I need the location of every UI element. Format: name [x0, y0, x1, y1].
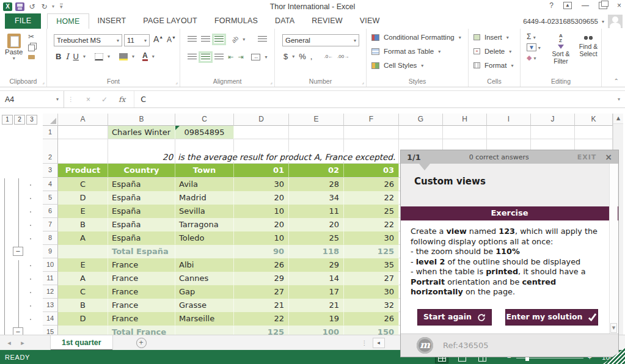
copy-icon[interactable] [28, 45, 35, 51]
column-header[interactable]: F [344, 114, 399, 126]
orientation-icon[interactable]: ab [230, 35, 240, 45]
outline-level-1-button[interactable]: 1 [2, 115, 13, 125]
redo-icon[interactable]: ↻ [40, 2, 49, 11]
exit-button[interactable]: EXIT [577, 153, 597, 161]
collapse-group-button[interactable]: − [13, 247, 23, 256]
column-header[interactable]: I [487, 114, 531, 126]
conditional-formatting-button[interactable]: Conditional Formatting▾ [371, 34, 461, 41]
paste-button[interactable]: Paste ▾ [5, 34, 23, 61]
minimize-icon[interactable]: — [582, 1, 589, 10]
column-header[interactable]: G [399, 114, 443, 126]
alignment-dialog-launcher-icon[interactable]: ⌟ [270, 79, 272, 85]
cancel-entry-icon[interactable]: × [86, 95, 90, 104]
clipboard-dialog-launcher-icon[interactable]: ⌟ [42, 79, 45, 85]
align-center-icon[interactable] [201, 54, 210, 60]
select-all-button[interactable] [43, 114, 58, 126]
percent-icon[interactable]: % [299, 52, 306, 61]
font-color-icon[interactable]: A [142, 52, 148, 61]
cell-styles-button[interactable]: Cell Styles▾ [371, 62, 423, 69]
next-sheet-icon[interactable]: ▸ [18, 339, 27, 347]
sheet-tab[interactable]: 1st quarter [50, 335, 113, 351]
tab-insert[interactable]: INSERT [89, 13, 135, 29]
insert-cells-button[interactable]: Insert▾ [473, 34, 509, 41]
clear-icon[interactable]: ◆ ▾ [527, 54, 541, 62]
save-icon[interactable] [15, 2, 24, 11]
tab-file[interactable]: FILE [5, 13, 41, 29]
insert-function-icon[interactable]: fx [119, 95, 125, 104]
column-header[interactable]: K [575, 114, 613, 126]
bold-button[interactable]: B [56, 52, 61, 61]
row-header[interactable]: 2 [43, 139, 58, 164]
format-as-table-button[interactable]: Format as Table▾ [371, 48, 440, 55]
column-header[interactable]: E [289, 114, 344, 126]
font-dialog-launcher-icon[interactable]: ⌟ [175, 79, 178, 85]
align-bottom-icon[interactable] [214, 36, 224, 43]
tab-data[interactable]: DATA [266, 13, 303, 29]
column-header[interactable]: D [234, 114, 289, 126]
align-middle-icon[interactable] [201, 36, 210, 43]
currency-icon[interactable]: $ [283, 52, 288, 61]
dots-separator[interactable]: ⋮ [64, 91, 78, 107]
decrease-decimal-icon[interactable]: .00→ [337, 54, 349, 59]
tab-page-layout[interactable]: PAGE LAYOUT [134, 13, 206, 29]
chevron-down-icon[interactable]: ▾ [152, 54, 155, 59]
dots-separator[interactable]: ⋮ [362, 340, 368, 346]
column-header[interactable]: A [58, 114, 108, 126]
hscroll-left-icon[interactable]: ◂ [373, 338, 385, 348]
fill-color-icon[interactable] [119, 53, 128, 60]
restore-icon[interactable] [599, 2, 607, 9]
number-dialog-launcher-icon[interactable]: ⌟ [362, 79, 364, 85]
chevron-down-icon[interactable]: ▾ [132, 54, 134, 59]
excel-icon[interactable]: X [3, 2, 12, 11]
undo-icon[interactable]: ↺ [27, 2, 37, 11]
cell-average-note[interactable]: is the average result for product A, Fra… [178, 152, 395, 162]
column-header[interactable]: H [443, 114, 487, 126]
comma-icon[interactable]: , [310, 52, 313, 61]
align-top-icon[interactable] [188, 36, 197, 43]
tab-view[interactable]: VIEW [351, 13, 389, 29]
cell-name[interactable]: Charles Winter [108, 126, 175, 139]
collapse-ribbon-icon[interactable]: ⌃ [614, 78, 619, 84]
find-select-button[interactable]: Find & Select [576, 34, 601, 57]
formula-input[interactable]: C [134, 91, 613, 107]
font-size-select[interactable]: 11▾ [124, 34, 150, 46]
number-format-select[interactable]: General▾ [282, 34, 359, 46]
column-header[interactable]: B [108, 114, 175, 126]
ribbon-display-options-icon[interactable]: ▲ [563, 2, 572, 9]
close-icon[interactable]: × [617, 1, 621, 10]
tab-home[interactable]: HOME [47, 13, 89, 29]
outline-level-3-button[interactable]: 3 [26, 115, 37, 125]
panel-scrollbar[interactable]: ▼ [609, 164, 618, 333]
font-family-select[interactable]: Trebuchet MS▾ [54, 34, 122, 46]
decrease-indent-icon[interactable]: ⇤ [228, 53, 233, 61]
grow-font-button[interactable]: A▲ [153, 34, 163, 44]
column-header[interactable]: C [175, 114, 234, 126]
add-sheet-button[interactable]: + [136, 338, 147, 348]
row-header[interactable]: 1 [43, 126, 58, 139]
cell-average-value[interactable]: 20 [108, 152, 173, 162]
enter-solution-button[interactable]: Enter my solution [505, 309, 598, 326]
close-icon[interactable]: × [605, 152, 612, 162]
qat-customize-icon[interactable]: ▾ [60, 4, 63, 9]
italic-button[interactable]: I [65, 52, 68, 61]
increase-indent-icon[interactable]: ⇥ [238, 53, 243, 61]
cut-icon[interactable]: ✂ [28, 32, 35, 41]
scroll-down-icon[interactable]: ▼ [610, 323, 617, 333]
account-badge[interactable]: 6449-4-0231685309655 ▾ [523, 15, 623, 28]
chevron-down-icon[interactable]: ▾ [108, 54, 110, 59]
align-left-icon[interactable] [188, 54, 197, 60]
chevron-down-icon[interactable]: ▾ [83, 54, 86, 59]
chevron-down-icon[interactable]: ▾ [265, 54, 267, 60]
tab-review[interactable]: REVIEW [303, 13, 351, 29]
delete-cells-button[interactable]: × Delete▾ [473, 48, 511, 55]
align-right-icon[interactable] [214, 54, 224, 60]
name-box[interactable]: A4 ▾ [0, 91, 64, 107]
wrap-text-icon[interactable] [258, 36, 267, 43]
autosum-icon[interactable]: Σ ▾ [527, 32, 541, 41]
format-painter-icon[interactable] [28, 55, 35, 59]
avatar[interactable] [608, 15, 623, 28]
enter-entry-icon[interactable]: ✓ [101, 95, 108, 104]
column-header[interactable]: J [531, 114, 575, 126]
row-header[interactable]: 3 [43, 164, 58, 178]
chevron-down-icon[interactable]: ▾ [243, 37, 245, 42]
